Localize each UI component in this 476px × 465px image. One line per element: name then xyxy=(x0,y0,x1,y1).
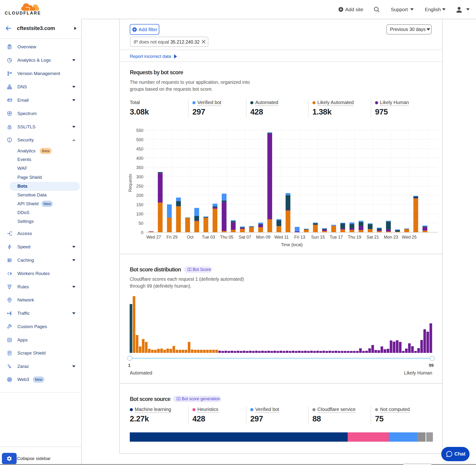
svg-text:Sun 15: Sun 15 xyxy=(311,235,325,240)
svg-text:1: 1 xyxy=(128,363,130,368)
svg-text:250: 250 xyxy=(136,184,143,189)
svg-text:100: 100 xyxy=(136,212,143,216)
svg-text:50: 50 xyxy=(138,221,143,226)
svg-text:150: 150 xyxy=(136,202,143,207)
svg-text:0: 0 xyxy=(141,230,143,235)
svg-text:Thu 19: Thu 19 xyxy=(348,235,361,240)
svg-text:Mon 09: Mon 09 xyxy=(256,235,270,240)
svg-text:Requests: Requests xyxy=(128,174,133,192)
svg-text:Wed 11: Wed 11 xyxy=(274,235,289,240)
svg-text:400: 400 xyxy=(136,156,143,161)
svg-text:Tue 03: Tue 03 xyxy=(202,235,215,240)
svg-text:550: 550 xyxy=(136,128,143,133)
svg-text:Thu 05: Thu 05 xyxy=(220,235,233,240)
svg-text:Oct: Oct xyxy=(187,235,194,240)
svg-text:Wed 27: Wed 27 xyxy=(147,235,161,240)
svg-text:Likely Human: Likely Human xyxy=(404,370,432,375)
svg-text:99: 99 xyxy=(429,363,434,368)
svg-text:Tue 17: Tue 17 xyxy=(329,235,343,240)
svg-text:Fri 29: Fri 29 xyxy=(167,235,177,240)
svg-text:450: 450 xyxy=(136,147,143,151)
svg-text:500: 500 xyxy=(136,137,143,142)
svg-text:Fri 13: Fri 13 xyxy=(294,235,305,240)
svg-text:Wed 25: Wed 25 xyxy=(402,235,417,240)
svg-text:200: 200 xyxy=(136,193,143,198)
svg-text:Automated: Automated xyxy=(130,370,152,375)
svg-text:350: 350 xyxy=(136,165,143,170)
svg-text:Mon 23: Mon 23 xyxy=(384,235,398,240)
svg-text:Sat 07: Sat 07 xyxy=(239,235,251,240)
svg-text:300: 300 xyxy=(136,175,143,179)
svg-text:Sat 21: Sat 21 xyxy=(367,235,379,240)
svg-text:Time (local): Time (local) xyxy=(281,242,303,247)
